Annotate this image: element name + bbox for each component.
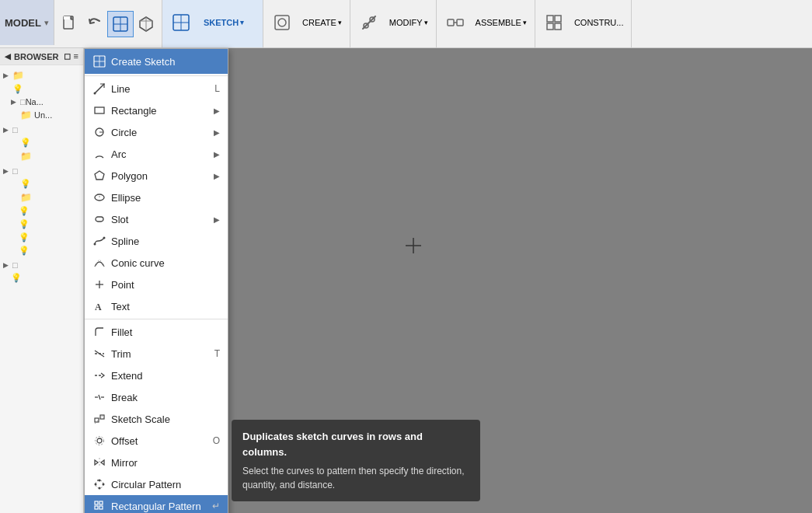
tree-light-icon: 💡 xyxy=(19,219,30,229)
construct-icon xyxy=(545,13,563,32)
modify-group: MODIFY ▾ xyxy=(350,0,437,47)
tree-item[interactable]: 📁 Un... xyxy=(0,108,83,122)
svg-point-50 xyxy=(96,437,104,445)
slot-item[interactable]: Slot ▶ xyxy=(85,208,228,230)
sketch-scale-icon xyxy=(92,412,106,426)
create-group: CREATE ▾ xyxy=(263,0,350,47)
tree-folder-icon: 📁 xyxy=(20,110,32,120)
tree-light-icon: 💡 xyxy=(20,138,31,148)
sketch-group-dropdown-button[interactable]: SKETCH ▾ xyxy=(197,0,251,45)
svg-rect-12 xyxy=(448,19,454,26)
sketch-scale-item[interactable]: Sketch Scale xyxy=(85,408,228,430)
create-label-button[interactable]: CREATE ▾ xyxy=(298,0,347,45)
tree-folder-icon: 📁 xyxy=(20,192,32,203)
extend-item[interactable]: Extend xyxy=(85,365,228,386)
fillet-item[interactable]: Fillet xyxy=(85,321,228,343)
mirror-item[interactable]: Mirror xyxy=(85,452,228,473)
circle-arrow: ▶ xyxy=(214,128,220,137)
browser-icon1[interactable]: ◻ xyxy=(64,51,71,61)
rectangular-pattern-enter-icon: ↵ xyxy=(212,501,220,511)
rectangle-label: Rectangle xyxy=(111,105,211,117)
tree-item[interactable]: 💡 xyxy=(0,244,83,257)
tree-item[interactable]: 💡 xyxy=(0,204,83,218)
construct-label-button[interactable]: CONSTRU... xyxy=(570,0,629,45)
browser-arrow[interactable]: ◀ xyxy=(5,52,11,61)
trim-shortcut: T xyxy=(214,348,220,359)
svg-rect-8 xyxy=(275,16,289,30)
ellipse-item[interactable]: Ellipse xyxy=(85,187,228,208)
svg-rect-26 xyxy=(95,107,104,113)
menu-divider-2 xyxy=(85,319,228,319)
tree-item[interactable]: ▶ □ xyxy=(0,122,83,136)
break-item[interactable]: Break xyxy=(85,386,228,408)
tree-item[interactable]: 💡 xyxy=(0,231,83,244)
modify-label: MODIFY xyxy=(389,18,423,27)
offset-item[interactable]: Offset O xyxy=(85,430,228,452)
tree-arrow: ▶ xyxy=(11,98,19,106)
text-item[interactable]: A Text xyxy=(85,295,228,317)
create-sketch-item[interactable]: Create Sketch xyxy=(85,49,228,74)
ellipse-label: Ellipse xyxy=(111,192,220,204)
construct-group-button[interactable] xyxy=(538,0,570,45)
assemble-icon xyxy=(446,13,465,32)
arc-item[interactable]: Arc ▶ xyxy=(85,143,228,165)
rectangle-item[interactable]: Rectangle ▶ xyxy=(85,99,228,121)
tree-item[interactable]: ▶ □ xyxy=(0,163,83,177)
circular-pattern-label: Circular Pattern xyxy=(111,479,220,490)
tree-item[interactable]: 📁 xyxy=(0,190,83,204)
browser-header: ◀ BROWSER ◻ ≡ xyxy=(0,48,83,65)
mirror-label: Mirror xyxy=(111,457,220,469)
rectangular-pattern-icon xyxy=(92,499,106,513)
tree-icon: □ xyxy=(12,260,18,270)
assemble-group-button[interactable] xyxy=(440,0,471,45)
browser-icon2[interactable]: ≡ xyxy=(74,51,78,61)
sketch-tab-button[interactable] xyxy=(166,0,197,45)
circle-item[interactable]: Circle ▶ xyxy=(85,121,228,143)
create-label: CREATE xyxy=(302,18,336,27)
tree-light-icon: 💡 xyxy=(12,84,23,94)
spline-item[interactable]: Spline xyxy=(85,230,228,252)
feature-button[interactable] xyxy=(134,12,159,37)
tree-item[interactable]: ▶ 📁 xyxy=(0,68,83,82)
undo-button[interactable] xyxy=(82,12,107,37)
tree-arrow: ▶ xyxy=(3,126,11,134)
arc-arrow: ▶ xyxy=(214,150,220,159)
create-icon xyxy=(273,13,291,32)
assemble-label-button[interactable]: ASSEMBLE ▾ xyxy=(471,0,531,45)
rectangle-icon xyxy=(92,103,106,117)
rectangular-pattern-item[interactable]: Rectangular Pattern ↵ xyxy=(85,495,228,513)
circular-pattern-item[interactable]: Circular Pattern xyxy=(85,473,228,495)
assemble-group: ASSEMBLE ▾ xyxy=(437,0,535,47)
new-button[interactable] xyxy=(58,12,82,37)
modify-group-button[interactable] xyxy=(354,0,385,45)
svg-rect-18 xyxy=(555,23,561,30)
tree-item[interactable]: ▶ □ Na... xyxy=(0,96,83,108)
svg-point-55 xyxy=(99,487,101,490)
tree-item[interactable]: 💡 xyxy=(0,218,83,231)
line-item[interactable]: Line L xyxy=(85,78,228,99)
arc-icon xyxy=(92,147,106,161)
active-sketch-button[interactable] xyxy=(107,11,134,37)
polygon-arrow: ▶ xyxy=(214,172,220,180)
modify-label-button[interactable]: MODIFY ▾ xyxy=(385,0,433,45)
trim-item[interactable]: Trim T xyxy=(85,343,228,365)
spline-icon xyxy=(92,234,106,248)
tree-light-icon: 💡 xyxy=(19,246,30,256)
tree-item[interactable]: 💡 xyxy=(0,136,83,149)
point-item[interactable]: Point xyxy=(85,274,228,295)
point-icon xyxy=(92,277,106,291)
tree-item[interactable]: 📁 xyxy=(0,149,83,163)
model-button[interactable]: MODEL ▾ xyxy=(0,0,54,45)
sketch-group: SKETCH ▾ xyxy=(162,0,263,47)
svg-rect-46 xyxy=(95,418,99,422)
tree-item[interactable]: 💡 xyxy=(0,177,83,190)
create-group-button[interactable] xyxy=(267,0,298,45)
polygon-item[interactable]: Polygon ▶ xyxy=(85,165,228,187)
new-icon xyxy=(61,15,79,33)
conic-curve-item[interactable]: Conic curve xyxy=(85,252,228,274)
extend-label: Extend xyxy=(111,370,220,382)
tree-item[interactable]: 💡 xyxy=(0,82,83,96)
tree-item[interactable]: ▶ □ xyxy=(0,257,83,271)
feature-icon xyxy=(137,15,155,33)
tree-item[interactable]: 💡 xyxy=(0,271,83,284)
